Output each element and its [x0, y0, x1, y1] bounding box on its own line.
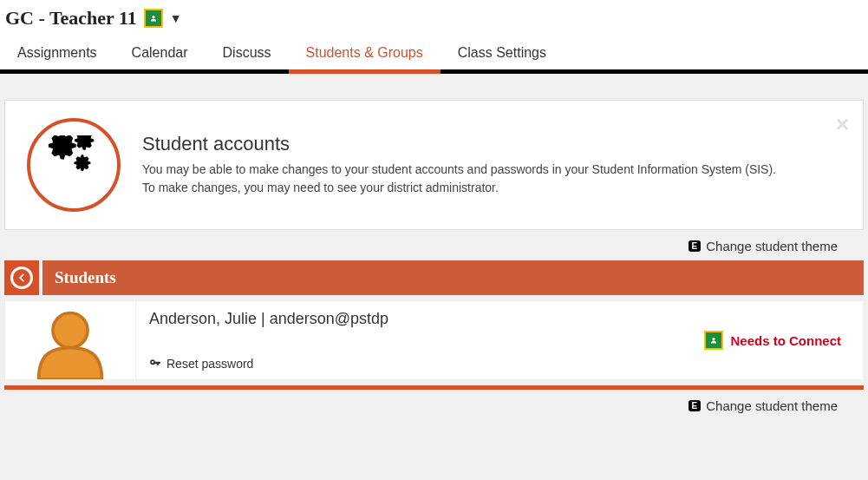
chevron-down-icon[interactable]: ▼: [170, 11, 182, 25]
theme-badge: E: [689, 240, 702, 252]
google-classroom-icon: [144, 9, 163, 28]
google-classroom-icon: [704, 331, 723, 350]
svg-point-0: [152, 16, 154, 18]
change-theme-row-bottom: E Change student theme: [4, 390, 864, 420]
info-title: Student accounts: [142, 133, 776, 155]
tab-class-settings[interactable]: Class Settings: [441, 36, 564, 69]
gears-icon: [27, 118, 121, 212]
top-header: GC - Teacher 11 ▼: [0, 0, 868, 36]
info-box: Student accounts You may be able to make…: [4, 100, 864, 230]
change-theme-row-top: E Change student theme: [4, 230, 864, 260]
info-line-1: You may be able to make changes to your …: [142, 161, 776, 179]
change-student-theme-link[interactable]: Change student theme: [706, 398, 838, 413]
svg-point-1: [56, 159, 66, 168]
tab-discuss[interactable]: Discuss: [206, 36, 289, 69]
needs-to-connect-link[interactable]: Needs to Connect: [730, 333, 841, 348]
connect-cell: Needs to Connect: [682, 301, 863, 379]
info-text: Student accounts You may be able to make…: [142, 133, 776, 197]
student-info: Anderson, Julie | anderson@pstdp Reset p…: [135, 301, 682, 379]
svg-point-3: [79, 171, 85, 177]
content-area: Student accounts You may be able to make…: [0, 74, 868, 429]
back-button[interactable]: [4, 260, 39, 295]
students-bar-title: Students: [42, 260, 864, 295]
students-header-bar: Students: [4, 260, 864, 295]
page-title: GC - Teacher 11: [5, 7, 137, 30]
tab-calendar[interactable]: Calendar: [114, 36, 206, 69]
tab-assignments[interactable]: Assignments: [0, 36, 114, 69]
svg-point-4: [53, 312, 88, 347]
student-row: Anderson, Julie | anderson@pstdp Reset p…: [4, 300, 864, 380]
info-line-2: To make changes, you may need to see you…: [142, 179, 776, 197]
arrow-left-icon: [16, 272, 28, 284]
tab-nav: Assignments Calendar Discuss Students & …: [0, 36, 868, 74]
key-icon: [149, 358, 161, 370]
reset-password-label: Reset password: [166, 357, 253, 371]
student-name: Anderson, Julie | anderson@pstdp: [149, 310, 669, 328]
change-student-theme-link[interactable]: Change student theme: [706, 239, 838, 253]
avatar: [5, 301, 135, 379]
reset-password-link[interactable]: Reset password: [149, 357, 669, 371]
svg-point-5: [713, 338, 715, 340]
theme-badge: E: [689, 400, 702, 411]
close-icon[interactable]: ×: [836, 111, 849, 138]
tab-students-groups[interactable]: Students & Groups: [289, 36, 441, 69]
